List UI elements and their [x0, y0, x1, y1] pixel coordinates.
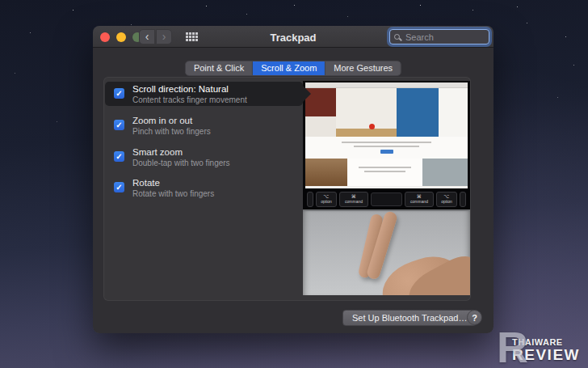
demo-blue-wall: [397, 88, 439, 137]
key-option-left: ⌥ option: [316, 192, 337, 207]
checkbox-scroll-direction[interactable]: ✓: [114, 88, 124, 99]
setting-subtitle: Double-tap with two fingers: [132, 159, 230, 167]
setting-scroll-direction[interactable]: ✓ Scroll direction: Natural Content trac…: [105, 82, 303, 106]
setting-title: Rotate: [132, 178, 214, 188]
trackpad-preferences-window: ‹ › Trackpad Point & Click Scroll & Zoom…: [93, 26, 494, 333]
watermark-letter: R: [497, 329, 528, 366]
search-field[interactable]: [389, 29, 489, 44]
desktop: ‹ › Trackpad Point & Click Scroll & Zoom…: [0, 0, 588, 368]
setting-subtitle: Content tracks finger movement: [132, 95, 247, 104]
forward-button[interactable]: ›: [156, 29, 172, 44]
checkmark-icon: ✓: [116, 153, 122, 161]
nav-buttons: ‹ ›: [139, 29, 172, 44]
tab-bar: Point & Click Scroll & Zoom More Gesture…: [185, 61, 401, 76]
preferences-pane: Point & Click Scroll & Zoom More Gesture…: [93, 48, 494, 333]
demo-lower-band: [305, 159, 468, 186]
key-option-right: ⌥ option: [436, 192, 457, 207]
setting-zoom-in-or-out[interactable]: ✓ Zoom in or out Pinch with two fingers: [105, 113, 303, 137]
setting-text: Scroll direction: Natural Content tracks…: [132, 84, 247, 104]
back-button[interactable]: ‹: [139, 29, 155, 44]
demo-keyboard-row: ⌥ option ⌘ command ⌘ command ⌥ option: [303, 188, 470, 209]
demo-laptop-screen: [303, 81, 470, 188]
demo-webpage: [305, 82, 468, 188]
tab-point-and-click[interactable]: Point & Click: [186, 61, 253, 75]
demo-trackpad: [303, 209, 470, 295]
traffic-lights: [100, 32, 142, 42]
setting-title: Zoom in or out: [132, 116, 211, 125]
help-button[interactable]: ?: [467, 310, 482, 325]
checkmark-icon: ✓: [116, 121, 122, 129]
tab-scroll-and-zoom[interactable]: Scroll & Zoom: [253, 61, 326, 75]
setting-title: Smart zoom: [132, 147, 230, 157]
checkbox-zoom-in-or-out[interactable]: ✓: [114, 120, 124, 130]
demo-kitchen-wall: [336, 88, 396, 137]
minimize-button[interactable]: [116, 32, 126, 42]
key-spacebar: [371, 192, 402, 206]
stars-decoration: [0, 0, 1, 1]
show-all-button[interactable]: [183, 31, 200, 43]
setting-subtitle: Rotate with two fingers: [132, 189, 214, 198]
checkmark-icon: ✓: [116, 90, 122, 98]
key-partial: [307, 192, 313, 207]
key-partial: [460, 192, 466, 207]
demo-browser-chrome: [305, 82, 468, 88]
demo-text-block: [305, 137, 468, 159]
setting-subtitle: Pinch with two fingers: [132, 127, 211, 136]
demo-page-button: [380, 150, 393, 154]
tab-more-gestures[interactable]: More Gestures: [326, 61, 401, 75]
search-icon: [394, 34, 400, 40]
setting-smart-zoom[interactable]: ✓ Smart zoom Double-tap with two fingers: [105, 145, 303, 169]
setting-rotate[interactable]: ✓ Rotate Rotate with two fingers: [105, 176, 303, 200]
setup-bluetooth-trackpad-button[interactable]: Set Up Bluetooth Trackpad…: [342, 310, 477, 326]
titlebar[interactable]: ‹ › Trackpad: [93, 26, 494, 48]
setting-text: Rotate Rotate with two fingers: [132, 178, 214, 198]
checkbox-rotate[interactable]: ✓: [114, 182, 124, 192]
checkmark-icon: ✓: [116, 184, 122, 192]
gesture-demo-video: ⌥ option ⌘ command ⌘ command ⌥ option: [303, 81, 470, 295]
close-button[interactable]: [100, 32, 110, 42]
demo-hero-image: [305, 88, 468, 137]
key-command-right: ⌘ command: [405, 192, 434, 207]
search-input[interactable]: [404, 32, 485, 43]
checkbox-smart-zoom[interactable]: ✓: [114, 151, 124, 162]
thaiware-review-watermark: R THAIWARE REVIEW: [497, 329, 580, 366]
chevron-left-icon: ‹: [145, 30, 149, 43]
key-command-left: ⌘ command: [339, 192, 368, 207]
setting-text: Zoom in or out Pinch with two fingers: [132, 116, 211, 136]
chevron-right-icon: ›: [162, 30, 166, 43]
setting-title: Scroll direction: Natural: [132, 84, 247, 94]
setting-text: Smart zoom Double-tap with two fingers: [132, 147, 230, 167]
grid-icon: [186, 32, 188, 35]
